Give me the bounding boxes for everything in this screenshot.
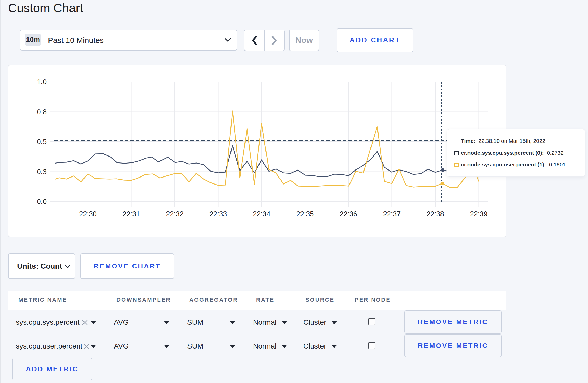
svg-text:22:36: 22:36: [340, 210, 357, 218]
svg-text:0.5: 0.5: [37, 138, 47, 146]
svg-text:22:37: 22:37: [383, 210, 401, 218]
svg-text:22:30: 22:30: [79, 210, 97, 218]
svg-text:22:39: 22:39: [470, 210, 488, 218]
svg-text:22:32: 22:32: [166, 210, 184, 218]
svg-text:22:35: 22:35: [296, 210, 314, 218]
svg-text:22:33: 22:33: [209, 210, 227, 218]
svg-text:22:38: 22:38: [426, 210, 444, 218]
svg-text:0.8: 0.8: [37, 108, 47, 116]
svg-text:22:34: 22:34: [253, 210, 270, 218]
svg-text:1.0: 1.0: [37, 78, 47, 86]
svg-text:0.0: 0.0: [37, 198, 47, 205]
svg-text:0.3: 0.3: [37, 168, 47, 176]
svg-text:22:31: 22:31: [123, 210, 140, 218]
